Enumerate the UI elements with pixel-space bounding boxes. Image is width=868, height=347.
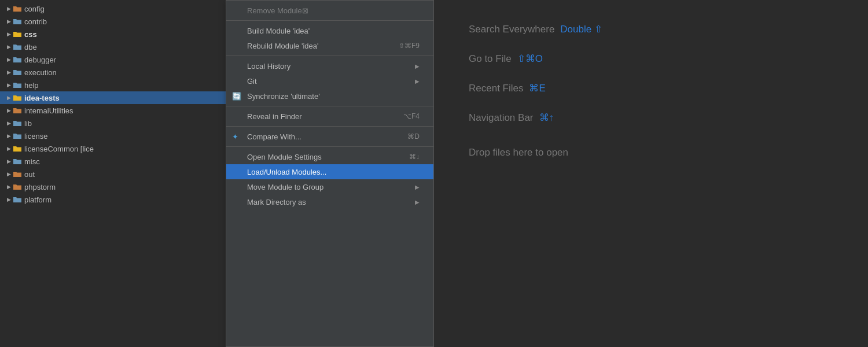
shortcut-label: ⌘↓: [409, 153, 420, 161]
folder-icon: [13, 93, 22, 102]
tree-item-help[interactable]: ▶ help: [0, 79, 226, 91]
drop-files-label: Drop files here to open: [469, 147, 833, 158]
tree-item-contrib[interactable]: ▶ contrib: [0, 15, 226, 28]
tree-item-phpstorm[interactable]: ▶ phpstorm: [0, 180, 226, 193]
tree-label: css: [24, 30, 37, 39]
expand-arrow: ▶: [5, 157, 13, 165]
menu-separator: [226, 20, 433, 21]
remove-module-icon: ⊠: [302, 6, 308, 15]
menu-item-load-unload-modules[interactable]: Load/Unload Modules...: [226, 164, 433, 179]
tree-label: lib: [24, 119, 32, 128]
tree-label: config: [24, 5, 45, 13]
expand-arrow: ▶: [5, 30, 13, 38]
menu-item-rebuild-module[interactable]: Rebuild Module 'idea' ⇧⌘F9: [226, 38, 433, 53]
menu-separator: [226, 146, 433, 147]
menu-item-label: Rebuild Module 'idea': [247, 42, 319, 50]
tree-item-internalUtilities[interactable]: ▶ internalUtilities: [0, 104, 226, 117]
tree-label: licenseCommon [lice: [24, 145, 94, 153]
menu-item-label: Move Module to Group: [247, 183, 323, 191]
hint-label: Recent Files: [469, 83, 523, 94]
menu-item-label: Load/Unload Modules...: [247, 168, 326, 176]
expand-arrow: ▶: [5, 94, 13, 102]
folder-icon: [13, 169, 22, 179]
hint-label: Navigation Bar: [469, 112, 534, 124]
shortcut-label: ⇧⌘F9: [399, 42, 420, 50]
menu-item-label: Synchronize 'ultimate': [247, 92, 320, 101]
menu-item-open-module-settings[interactable]: Open Module Settings ⌘↓: [226, 149, 433, 164]
menu-item-reveal-in-finder[interactable]: Reveal in Finder ⌥F4: [226, 109, 433, 124]
hint-navigation-bar: Navigation Bar ⌘↑: [469, 112, 833, 124]
menu-item-git[interactable]: Git ▶: [226, 73, 433, 88]
folder-icon: [13, 42, 22, 51]
tree-item-license[interactable]: ▶ license: [0, 130, 226, 142]
menu-item-label: Git: [247, 77, 257, 86]
folder-icon: [13, 4, 22, 13]
menu-item-label: Compare With...: [247, 132, 301, 141]
tree-item-licenseCommon[interactable]: ▶ licenseCommon [lice: [0, 142, 226, 155]
tree-item-execution[interactable]: ▶ execution: [0, 66, 226, 79]
tree-label: internalUtilities: [24, 106, 73, 115]
hint-label: Search Everywhere: [469, 24, 554, 35]
tree-item-dbe[interactable]: ▶ dbe: [0, 40, 226, 53]
tree-item-platform[interactable]: ▶ platform: [0, 193, 226, 206]
tree-item-debugger[interactable]: ▶ debugger: [0, 53, 226, 66]
tree-label: help: [24, 81, 39, 90]
folder-icon: [13, 80, 22, 90]
shortcut-label: ⌥F4: [403, 112, 420, 120]
menu-item-label: Build Module 'idea': [247, 27, 310, 35]
tree-label: phpstorm: [24, 183, 56, 191]
shortcut-label: Double ⇧: [560, 23, 602, 35]
menu-item-label: Remove Module: [247, 6, 302, 15]
expand-arrow: ▶: [5, 195, 13, 204]
folder-icon: [13, 195, 22, 204]
tree-label: execution: [24, 68, 57, 77]
expand-arrow: ▶: [5, 81, 13, 89]
expand-arrow: ▶: [5, 56, 13, 64]
menu-item-synchronize[interactable]: 🔄 Synchronize 'ultimate': [226, 88, 433, 104]
menu-item-label: Open Module Settings: [247, 153, 322, 161]
submenu-arrow-icon: ▶: [415, 184, 420, 190]
shortcut-label: ⌘E: [529, 82, 545, 94]
tree-item-out[interactable]: ▶ out: [0, 168, 226, 180]
tree-label: dbe: [24, 43, 37, 51]
tree-label: debugger: [24, 56, 56, 64]
tree-item-css[interactable]: ▶ css: [0, 28, 226, 40]
menu-item-build-module[interactable]: Build Module 'idea': [226, 23, 433, 38]
expand-arrow: ▶: [5, 68, 13, 76]
hint-label: Go to File: [469, 53, 512, 65]
folder-icon: [13, 182, 22, 191]
folder-icon: [13, 157, 22, 166]
folder-icon: [13, 106, 22, 115]
menu-item-mark-directory-as[interactable]: Mark Directory as ▶: [226, 194, 433, 209]
tree-label: contrib: [24, 17, 47, 26]
folder-icon: [13, 68, 22, 77]
menu-separator: [226, 106, 433, 106]
expand-arrow: ▶: [5, 145, 13, 153]
expand-arrow: ▶: [5, 43, 13, 51]
hint-search-everywhere: Search Everywhere Double ⇧: [469, 23, 833, 35]
menu-item-local-history[interactable]: Local History ▶: [226, 58, 433, 73]
file-tree: ▶ config ▶ contrib ▶ css ▶ dbe ▶ debugge…: [0, 0, 226, 347]
submenu-arrow-icon: ▶: [415, 78, 420, 84]
menu-item-label: Local History: [247, 62, 290, 71]
expand-arrow: ▶: [5, 17, 13, 25]
folder-icon: [13, 29, 22, 39]
expand-arrow: ▶: [5, 183, 13, 191]
menu-item-compare-with[interactable]: ✦ Compare With... ⌘D: [226, 129, 433, 144]
tree-item-misc[interactable]: ▶ misc: [0, 155, 226, 168]
tree-item-lib[interactable]: ▶ lib: [0, 117, 226, 130]
tree-item-idea-tests[interactable]: ▶ idea-tests: [0, 91, 226, 104]
folder-icon: [13, 119, 22, 128]
expand-arrow: ▶: [5, 5, 13, 13]
menu-item-move-module-to-group[interactable]: Move Module to Group ▶: [226, 179, 433, 194]
sync-icon: 🔄: [232, 92, 241, 101]
menu-item-label: Reveal in Finder: [247, 112, 302, 121]
expand-arrow: ▶: [5, 106, 13, 115]
shortcut-label: ⌘D: [407, 132, 420, 141]
tree-item-config[interactable]: ▶ config: [0, 2, 226, 15]
context-menu: Remove Module ⊠ Build Module 'idea' Rebu…: [226, 0, 434, 347]
tree-label: misc: [24, 157, 40, 166]
right-panel: Search Everywhere Double ⇧ Go to File ⇧⌘…: [434, 0, 868, 347]
expand-arrow: ▶: [5, 170, 13, 178]
menu-item-remove-module: Remove Module ⊠: [226, 3, 433, 18]
